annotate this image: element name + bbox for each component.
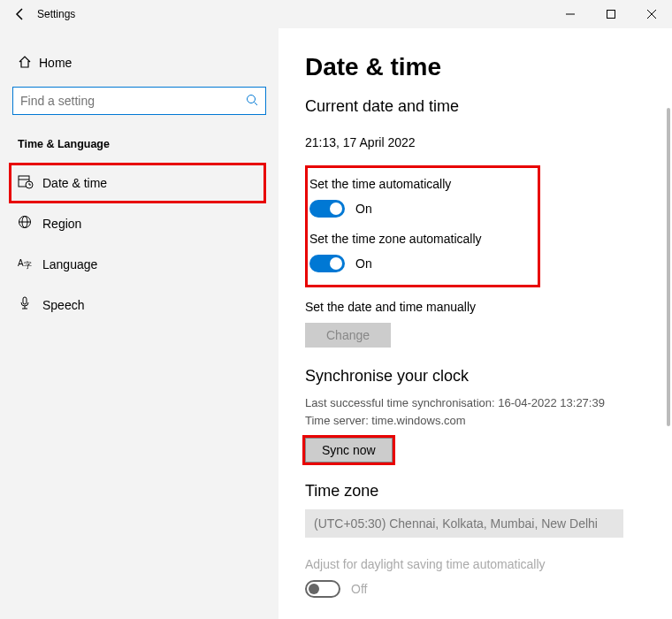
close-button[interactable] [631, 0, 672, 28]
sync-last: Last successful time synchronisation: 16… [305, 394, 645, 412]
dst-label: Adjust for daylight saving time automati… [305, 557, 645, 571]
sidebar-item-label: Speech [42, 298, 84, 312]
auto-time-toggle[interactable] [309, 200, 345, 218]
sidebar-item-region[interactable]: Region [0, 203, 279, 244]
search-input[interactable] [12, 87, 266, 115]
svg-rect-1 [607, 11, 615, 19]
scrollbar[interactable] [667, 108, 670, 426]
home-icon [18, 55, 39, 72]
sidebar-item-label: Date & time [42, 176, 107, 190]
dst-toggle [305, 580, 340, 598]
svg-text:字: 字 [24, 261, 32, 270]
sync-server: Time server: time.windows.com [305, 412, 645, 430]
search-field[interactable] [20, 94, 246, 108]
sync-highlight: Sync now [305, 438, 393, 462]
auto-tz-toggle[interactable] [309, 255, 345, 272]
microphone-icon [18, 296, 42, 314]
globe-icon [18, 215, 42, 233]
auto-tz-label: Set the time zone automatically [309, 232, 525, 246]
svg-text:A: A [18, 258, 24, 268]
sidebar: Home Time & Language Date & time Region … [0, 28, 279, 619]
calendar-clock-icon [18, 173, 42, 193]
auto-tz-state: On [355, 256, 372, 271]
search-icon [246, 94, 258, 109]
tz-heading: Time zone [305, 482, 645, 501]
page-title: Date & time [305, 53, 645, 81]
maximize-button[interactable] [591, 0, 631, 28]
auto-settings-highlight: Set the time automatically On Set the ti… [305, 165, 540, 287]
svg-line-3 [255, 102, 258, 105]
minimize-button[interactable] [550, 0, 591, 28]
window-controls [550, 0, 672, 28]
sync-now-button[interactable]: Sync now [305, 438, 393, 462]
change-button: Change [305, 323, 391, 348]
window-title: Settings [37, 8, 75, 20]
auto-time-state: On [355, 202, 372, 216]
sidebar-item-label: Region [42, 217, 81, 231]
sidebar-item-speech[interactable]: Speech [0, 285, 279, 325]
sidebar-item-language[interactable]: A字 Language [0, 244, 279, 285]
svg-rect-12 [23, 297, 27, 304]
category-label: Time & Language [0, 129, 279, 163]
auto-time-label: Set the time automatically [309, 177, 525, 191]
sidebar-item-date-time[interactable]: Date & time [9, 163, 266, 203]
home-label: Home [39, 56, 72, 70]
sync-heading: Synchronise your clock [305, 367, 645, 386]
home-link[interactable]: Home [0, 46, 279, 80]
content: Date & time Current date and time 21:13,… [279, 28, 672, 619]
current-datetime: 21:13, 17 April 2022 [305, 135, 645, 149]
section-current: Current date and time [305, 97, 645, 116]
titlebar: Settings [0, 0, 672, 28]
manual-label: Set the date and time manually [305, 300, 645, 314]
dst-state: Off [351, 582, 367, 596]
sidebar-item-label: Language [42, 257, 97, 271]
back-button[interactable] [7, 7, 34, 21]
svg-point-2 [248, 95, 256, 103]
language-icon: A字 [18, 256, 42, 273]
timezone-select: (UTC+05:30) Chennai, Kolkata, Mumbai, Ne… [305, 509, 623, 538]
